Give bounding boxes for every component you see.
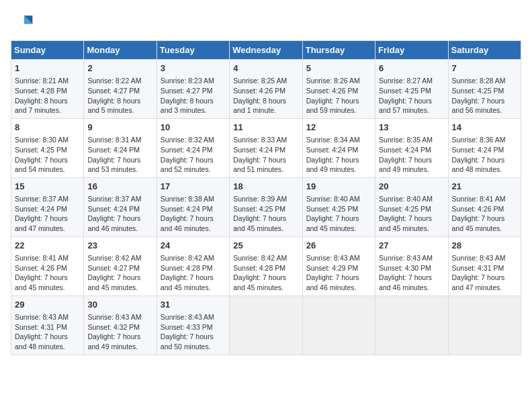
weekday-header-cell: Tuesday <box>157 41 229 60</box>
daylight-text: Daylight: 7 hours and 49 minutes. <box>306 156 359 174</box>
weekday-header-cell: Wednesday <box>230 41 302 60</box>
daylight-text: Daylight: 7 hours and 45 minutes. <box>379 214 432 232</box>
calendar-week-row: 22 Sunrise: 8:41 AM Sunset: 4:26 PM Dayl… <box>11 236 521 295</box>
sunrise-text: Sunrise: 8:42 AM <box>233 254 287 262</box>
calendar-day-cell: 7 Sunrise: 8:28 AM Sunset: 4:25 PM Dayli… <box>448 60 521 119</box>
sunset-text: Sunset: 4:24 PM <box>87 205 140 213</box>
day-number: 21 <box>452 181 517 193</box>
sunrise-text: Sunrise: 8:23 AM <box>161 77 214 85</box>
day-number: 7 <box>452 62 517 75</box>
daylight-text: Daylight: 7 hours and 45 minutes. <box>87 273 140 291</box>
sunset-text: Sunset: 4:25 PM <box>15 146 67 154</box>
calendar-day-cell: 13 Sunrise: 8:35 AM Sunset: 4:24 PM Dayl… <box>375 118 448 177</box>
calendar-week-row: 1 Sunrise: 8:21 AM Sunset: 4:28 PM Dayli… <box>11 60 521 119</box>
daylight-text: Daylight: 7 hours and 46 minutes. <box>379 273 432 291</box>
day-number: 19 <box>306 181 371 193</box>
day-number: 6 <box>379 62 444 75</box>
calendar-day-cell: 21 Sunrise: 8:41 AM Sunset: 4:26 PM Dayl… <box>448 177 521 236</box>
sunrise-text: Sunrise: 8:37 AM <box>15 195 69 203</box>
day-number: 18 <box>233 181 298 193</box>
day-number: 13 <box>379 122 444 134</box>
sunrise-text: Sunrise: 8:28 AM <box>452 77 506 85</box>
sunrise-text: Sunrise: 8:37 AM <box>87 195 141 203</box>
page-header <box>11 11 521 35</box>
sunrise-text: Sunrise: 8:38 AM <box>161 195 214 203</box>
calendar-day-cell: 18 Sunrise: 8:39 AM Sunset: 4:25 PM Dayl… <box>230 177 302 236</box>
day-number: 26 <box>306 240 371 252</box>
sunset-text: Sunset: 4:25 PM <box>452 87 504 95</box>
calendar-day-cell: 24 Sunrise: 8:42 AM Sunset: 4:28 PM Dayl… <box>157 236 229 295</box>
daylight-text: Daylight: 7 hours and 47 minutes. <box>15 214 68 232</box>
calendar-day-cell: 26 Sunrise: 8:43 AM Sunset: 4:29 PM Dayl… <box>302 236 375 295</box>
sunset-text: Sunset: 4:32 PM <box>87 323 140 331</box>
calendar-day-cell: 16 Sunrise: 8:37 AM Sunset: 4:24 PM Dayl… <box>84 177 157 236</box>
daylight-text: Daylight: 8 hours and 5 minutes. <box>87 97 140 115</box>
daylight-text: Daylight: 7 hours and 45 minutes. <box>161 273 214 291</box>
calendar-day-cell: 11 Sunrise: 8:33 AM Sunset: 4:24 PM Dayl… <box>230 118 302 177</box>
sunrise-text: Sunrise: 8:42 AM <box>161 254 214 262</box>
daylight-text: Daylight: 7 hours and 52 minutes. <box>161 156 214 174</box>
day-number: 20 <box>379 181 444 193</box>
sunset-text: Sunset: 4:24 PM <box>87 146 140 154</box>
sunset-text: Sunset: 4:26 PM <box>15 264 67 272</box>
weekday-header-cell: Thursday <box>302 41 375 60</box>
day-number: 3 <box>161 62 226 75</box>
calendar-day-cell: 19 Sunrise: 8:40 AM Sunset: 4:25 PM Dayl… <box>302 177 375 236</box>
day-number: 24 <box>161 240 226 252</box>
sunrise-text: Sunrise: 8:43 AM <box>161 313 214 321</box>
weekday-header-cell: Saturday <box>448 41 521 60</box>
day-number: 8 <box>15 122 80 134</box>
daylight-text: Daylight: 7 hours and 45 minutes. <box>306 214 359 232</box>
sunrise-text: Sunrise: 8:43 AM <box>452 254 506 262</box>
calendar-day-cell <box>302 295 375 355</box>
sunrise-text: Sunrise: 8:27 AM <box>379 77 433 85</box>
sunset-text: Sunset: 4:24 PM <box>161 146 213 154</box>
day-number: 15 <box>15 181 80 193</box>
daylight-text: Daylight: 7 hours and 45 minutes. <box>233 273 286 291</box>
sunset-text: Sunset: 4:29 PM <box>306 264 359 272</box>
calendar-day-cell: 30 Sunrise: 8:43 AM Sunset: 4:32 PM Dayl… <box>84 295 157 355</box>
logo-icon <box>11 11 35 35</box>
sunset-text: Sunset: 4:31 PM <box>15 323 67 331</box>
daylight-text: Daylight: 7 hours and 57 minutes. <box>379 97 432 115</box>
calendar-day-cell: 31 Sunrise: 8:43 AM Sunset: 4:33 PM Dayl… <box>157 295 229 355</box>
daylight-text: Daylight: 7 hours and 49 minutes. <box>379 156 432 174</box>
sunrise-text: Sunrise: 8:43 AM <box>379 254 433 262</box>
daylight-text: Daylight: 7 hours and 59 minutes. <box>306 97 359 115</box>
day-number: 31 <box>161 299 226 311</box>
daylight-text: Daylight: 7 hours and 50 minutes. <box>161 332 214 351</box>
calendar-day-cell: 15 Sunrise: 8:37 AM Sunset: 4:24 PM Dayl… <box>11 177 84 236</box>
sunset-text: Sunset: 4:30 PM <box>379 264 431 272</box>
day-number: 30 <box>87 299 152 311</box>
day-number: 22 <box>15 240 80 252</box>
sunrise-text: Sunrise: 8:40 AM <box>379 195 433 203</box>
calendar-day-cell: 9 Sunrise: 8:31 AM Sunset: 4:24 PM Dayli… <box>84 118 157 177</box>
daylight-text: Daylight: 7 hours and 48 minutes. <box>15 332 68 351</box>
weekday-header-row: SundayMondayTuesdayWednesdayThursdayFrid… <box>11 41 521 60</box>
sunset-text: Sunset: 4:25 PM <box>306 205 359 213</box>
sunset-text: Sunset: 4:27 PM <box>87 264 140 272</box>
calendar-day-cell: 1 Sunrise: 8:21 AM Sunset: 4:28 PM Dayli… <box>11 60 84 119</box>
day-number: 27 <box>379 240 444 252</box>
calendar-day-cell: 23 Sunrise: 8:42 AM Sunset: 4:27 PM Dayl… <box>84 236 157 295</box>
weekday-header-cell: Monday <box>84 41 157 60</box>
daylight-text: Daylight: 7 hours and 56 minutes. <box>452 97 505 115</box>
sunset-text: Sunset: 4:28 PM <box>15 87 67 95</box>
calendar-day-cell <box>230 295 302 355</box>
day-number: 11 <box>233 122 298 134</box>
sunrise-text: Sunrise: 8:41 AM <box>15 254 69 262</box>
calendar-week-row: 29 Sunrise: 8:43 AM Sunset: 4:31 PM Dayl… <box>11 295 521 355</box>
daylight-text: Daylight: 8 hours and 3 minutes. <box>161 97 214 115</box>
sunset-text: Sunset: 4:25 PM <box>233 205 285 213</box>
sunrise-text: Sunrise: 8:43 AM <box>15 313 69 321</box>
sunrise-text: Sunrise: 8:25 AM <box>233 77 287 85</box>
sunrise-text: Sunrise: 8:42 AM <box>87 254 141 262</box>
day-number: 25 <box>233 240 298 252</box>
daylight-text: Daylight: 7 hours and 45 minutes. <box>452 214 505 232</box>
calendar-day-cell: 6 Sunrise: 8:27 AM Sunset: 4:25 PM Dayli… <box>375 60 448 119</box>
day-number: 29 <box>15 299 80 311</box>
sunrise-text: Sunrise: 8:43 AM <box>87 313 141 321</box>
sunrise-text: Sunrise: 8:36 AM <box>452 136 506 144</box>
day-number: 1 <box>15 62 80 75</box>
sunset-text: Sunset: 4:24 PM <box>161 205 213 213</box>
